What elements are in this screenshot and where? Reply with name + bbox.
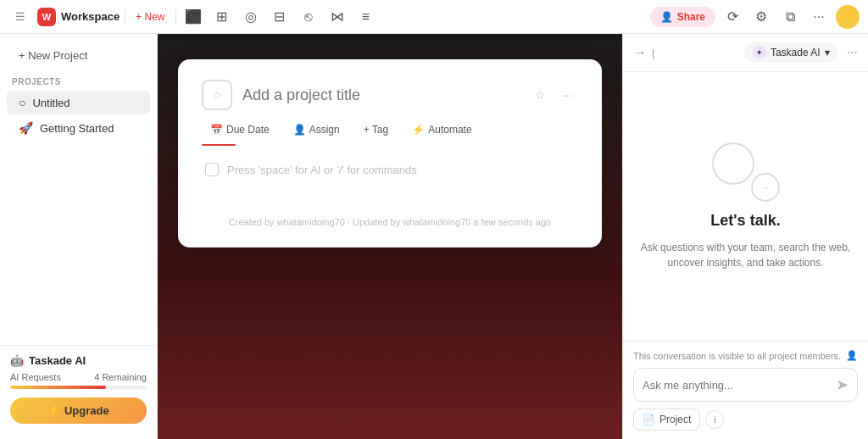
card-actions: ☆ ···: [529, 84, 578, 106]
diagram-icon[interactable]: ⋈: [326, 5, 349, 29]
sidebar-item-untitled[interactable]: ○ Untitled: [7, 91, 150, 114]
card-footer: Created by whatamidoing70 · Updated by w…: [202, 217, 578, 227]
ai-dropdown[interactable]: ✦ Taskade AI ▾: [744, 42, 838, 63]
circle-icon[interactable]: ◎: [239, 5, 263, 29]
ask-input-row[interactable]: ➤: [633, 368, 858, 402]
progress-fill: [10, 386, 106, 389]
more-icon[interactable]: ···: [807, 5, 831, 29]
list-icon[interactable]: ≡: [354, 5, 378, 29]
upgrade-button[interactable]: ⚡ Upgrade: [10, 397, 147, 424]
main-layout: + New Project PROJECTS ○ Untitled 🚀 Gett…: [0, 34, 868, 439]
due-date-button[interactable]: 📅 Due Date: [202, 120, 278, 139]
panel-bottom-row: 📄 Project i: [633, 408, 858, 431]
sidebar-bottom: 🤖 Taskade AI AI Requests 4 Remaining ⚡ U…: [0, 345, 157, 432]
taskade-ai-label: 🤖 Taskade AI: [10, 354, 147, 367]
right-panel-header: → | ✦ Taskade AI ▾ ···: [623, 34, 868, 72]
panel-more-button[interactable]: ···: [847, 45, 858, 60]
nav-divider2: [175, 9, 176, 25]
ai-icon: 🤖: [10, 354, 24, 367]
nav-right: 👤 Share ⟳ ⚙ ⧉ ··· ⚡: [650, 5, 860, 29]
panel-cursor: |: [652, 47, 739, 59]
nav-left: ☰ W Workspace + New ⬛ ⊞ ◎ ⊟ ⎋ ⋈ ≡: [8, 5, 643, 29]
chat-bubble-2: ···: [751, 173, 780, 202]
layout-icon[interactable]: ⬛: [181, 5, 205, 29]
history-icon[interactable]: ⟳: [721, 5, 744, 29]
workspace-name: Workspace: [61, 10, 120, 23]
chat-bubbles-illustration: ···: [712, 142, 780, 202]
grid-icon[interactable]: ⊟: [268, 5, 292, 29]
person-icon: 👤: [293, 124, 306, 136]
send-button[interactable]: ➤: [836, 375, 849, 394]
getting-started-icon: 🚀: [19, 121, 33, 135]
requests-label: AI Requests: [10, 372, 61, 382]
nav-divider: [125, 9, 125, 25]
window-icon[interactable]: ⧉: [778, 5, 802, 29]
star-button[interactable]: ☆: [529, 84, 551, 106]
project-icon: ○: [202, 80, 232, 110]
card-toolbar: 📅 Due Date 👤 Assign + Tag ⚡ Automate: [202, 120, 578, 139]
document-icon: 📄: [643, 414, 655, 425]
card-more-button[interactable]: ···: [556, 84, 578, 106]
tag-button[interactable]: + Tag: [355, 120, 397, 139]
untitled-icon: ○: [19, 96, 25, 109]
lets-talk-subtext: Ask questions with your team, search the…: [641, 240, 850, 270]
sidebar: + New Project PROJECTS ○ Untitled 🚀 Gett…: [0, 34, 158, 439]
assign-button[interactable]: 👤 Assign: [285, 120, 348, 139]
lets-talk-heading: Let's talk.: [710, 212, 780, 230]
ai-dot-icon: ✦: [753, 46, 766, 59]
bubble-dots: ···: [762, 181, 768, 193]
share-icon2: 👤: [660, 11, 673, 23]
project-button[interactable]: 📄 Project: [633, 408, 700, 431]
getting-started-label: Getting Started: [40, 122, 114, 135]
task-row: Press 'space' for AI or '/' for commands: [202, 156, 578, 183]
table-icon[interactable]: ⊞: [210, 5, 234, 29]
task-placeholder[interactable]: Press 'space' for AI or '/' for commands: [227, 164, 417, 176]
remaining-label: 4 Remaining: [94, 372, 147, 382]
active-underline: [202, 144, 236, 146]
chevron-down-icon: ▾: [825, 47, 830, 58]
center-content: ○ ☆ ··· 📅 Due Date 👤 Assign + Tag: [158, 34, 622, 439]
lightning-button[interactable]: ⚡: [836, 5, 860, 29]
members-icon: 👤: [846, 350, 858, 361]
automate-icon: ⚡: [412, 124, 425, 136]
visibility-note: This conversation is visible to all proj…: [633, 350, 858, 361]
arrow-right-icon[interactable]: →: [633, 45, 647, 60]
sidebar-item-getting-started[interactable]: 🚀 Getting Started: [7, 116, 150, 140]
sidebar-toggle-btn[interactable]: ☰: [8, 5, 32, 29]
ask-input[interactable]: [643, 379, 831, 392]
chat-bubble-1: [712, 142, 754, 185]
task-checkbox[interactable]: [205, 163, 219, 176]
share-icon[interactable]: ⎋: [297, 5, 320, 29]
automate-button[interactable]: ⚡ Automate: [403, 120, 480, 139]
calendar-icon: 📅: [210, 124, 223, 136]
project-title-input[interactable]: [242, 86, 519, 104]
new-project-button[interactable]: + New Project: [7, 42, 150, 69]
project-card: ○ ☆ ··· 📅 Due Date 👤 Assign + Tag: [178, 59, 602, 247]
untitled-label: Untitled: [32, 97, 70, 109]
ai-dropdown-label: Taskade AI: [771, 47, 821, 58]
workspace-logo: W: [37, 8, 56, 26]
top-nav: ☰ W Workspace + New ⬛ ⊞ ◎ ⊟ ⎋ ⋈ ≡ 👤 Shar…: [0, 0, 868, 34]
progress-bar: [10, 386, 147, 389]
info-button[interactable]: i: [705, 410, 724, 429]
projects-section-label: PROJECTS: [0, 70, 157, 90]
new-button[interactable]: + New: [131, 8, 170, 25]
settings-icon[interactable]: ⚙: [749, 5, 773, 29]
ai-requests-row: AI Requests 4 Remaining: [10, 372, 147, 382]
card-header: ○ ☆ ···: [202, 80, 578, 110]
share-button[interactable]: 👤 Share: [650, 7, 715, 27]
visibility-text: This conversation is visible to all proj…: [633, 351, 841, 361]
right-panel: → | ✦ Taskade AI ▾ ··· ··· Let's talk. A…: [622, 34, 868, 439]
right-panel-body: ··· Let's talk. Ask questions with your …: [623, 72, 868, 341]
right-panel-footer: This conversation is visible to all proj…: [623, 341, 868, 439]
